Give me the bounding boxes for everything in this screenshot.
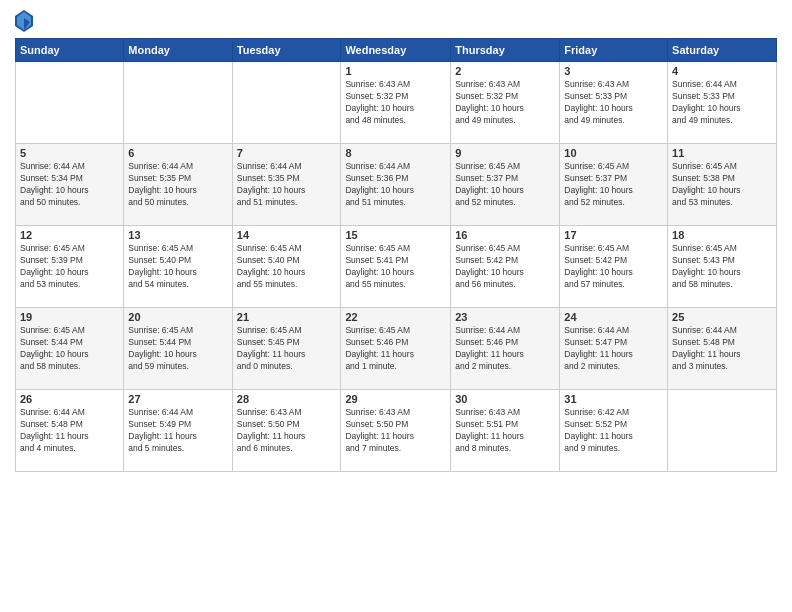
day-number: 10 [564,147,663,159]
day-info: Sunrise: 6:43 AM Sunset: 5:33 PM Dayligh… [564,79,663,127]
calendar-cell: 21Sunrise: 6:45 AM Sunset: 5:45 PM Dayli… [232,308,341,390]
calendar-cell: 27Sunrise: 6:44 AM Sunset: 5:49 PM Dayli… [124,390,232,472]
day-number: 5 [20,147,119,159]
calendar-cell: 8Sunrise: 6:44 AM Sunset: 5:36 PM Daylig… [341,144,451,226]
calendar-cell: 30Sunrise: 6:43 AM Sunset: 5:51 PM Dayli… [451,390,560,472]
weekday-header-row: SundayMondayTuesdayWednesdayThursdayFrid… [16,39,777,62]
day-info: Sunrise: 6:43 AM Sunset: 5:32 PM Dayligh… [455,79,555,127]
day-info: Sunrise: 6:43 AM Sunset: 5:50 PM Dayligh… [237,407,337,455]
calendar-cell: 16Sunrise: 6:45 AM Sunset: 5:42 PM Dayli… [451,226,560,308]
day-number: 24 [564,311,663,323]
calendar-cell: 13Sunrise: 6:45 AM Sunset: 5:40 PM Dayli… [124,226,232,308]
day-number: 30 [455,393,555,405]
day-info: Sunrise: 6:45 AM Sunset: 5:46 PM Dayligh… [345,325,446,373]
header [15,10,777,32]
day-info: Sunrise: 6:44 AM Sunset: 5:36 PM Dayligh… [345,161,446,209]
week-row-5: 26Sunrise: 6:44 AM Sunset: 5:48 PM Dayli… [16,390,777,472]
day-info: Sunrise: 6:44 AM Sunset: 5:49 PM Dayligh… [128,407,227,455]
day-number: 31 [564,393,663,405]
weekday-header-monday: Monday [124,39,232,62]
day-info: Sunrise: 6:44 AM Sunset: 5:34 PM Dayligh… [20,161,119,209]
day-number: 20 [128,311,227,323]
day-number: 11 [672,147,772,159]
weekday-header-thursday: Thursday [451,39,560,62]
weekday-header-friday: Friday [560,39,668,62]
calendar-cell: 1Sunrise: 6:43 AM Sunset: 5:32 PM Daylig… [341,62,451,144]
logo-icon [15,10,33,32]
day-info: Sunrise: 6:45 AM Sunset: 5:39 PM Dayligh… [20,243,119,291]
day-info: Sunrise: 6:44 AM Sunset: 5:47 PM Dayligh… [564,325,663,373]
calendar-cell: 9Sunrise: 6:45 AM Sunset: 5:37 PM Daylig… [451,144,560,226]
day-info: Sunrise: 6:44 AM Sunset: 5:46 PM Dayligh… [455,325,555,373]
day-info: Sunrise: 6:45 AM Sunset: 5:41 PM Dayligh… [345,243,446,291]
day-number: 8 [345,147,446,159]
day-number: 16 [455,229,555,241]
logo [15,10,37,32]
day-info: Sunrise: 6:44 AM Sunset: 5:35 PM Dayligh… [128,161,227,209]
weekday-header-tuesday: Tuesday [232,39,341,62]
day-number: 18 [672,229,772,241]
week-row-2: 5Sunrise: 6:44 AM Sunset: 5:34 PM Daylig… [16,144,777,226]
week-row-1: 1Sunrise: 6:43 AM Sunset: 5:32 PM Daylig… [16,62,777,144]
calendar-cell [124,62,232,144]
calendar-cell [16,62,124,144]
day-number: 23 [455,311,555,323]
day-number: 4 [672,65,772,77]
day-number: 14 [237,229,337,241]
day-info: Sunrise: 6:45 AM Sunset: 5:44 PM Dayligh… [20,325,119,373]
day-info: Sunrise: 6:43 AM Sunset: 5:50 PM Dayligh… [345,407,446,455]
calendar-cell: 12Sunrise: 6:45 AM Sunset: 5:39 PM Dayli… [16,226,124,308]
calendar-cell: 25Sunrise: 6:44 AM Sunset: 5:48 PM Dayli… [668,308,777,390]
day-number: 25 [672,311,772,323]
week-row-3: 12Sunrise: 6:45 AM Sunset: 5:39 PM Dayli… [16,226,777,308]
day-number: 2 [455,65,555,77]
calendar: SundayMondayTuesdayWednesdayThursdayFrid… [15,38,777,472]
day-info: Sunrise: 6:44 AM Sunset: 5:48 PM Dayligh… [672,325,772,373]
day-number: 15 [345,229,446,241]
day-number: 29 [345,393,446,405]
day-number: 3 [564,65,663,77]
calendar-cell: 3Sunrise: 6:43 AM Sunset: 5:33 PM Daylig… [560,62,668,144]
day-info: Sunrise: 6:45 AM Sunset: 5:37 PM Dayligh… [455,161,555,209]
day-number: 26 [20,393,119,405]
day-number: 22 [345,311,446,323]
calendar-cell: 15Sunrise: 6:45 AM Sunset: 5:41 PM Dayli… [341,226,451,308]
calendar-cell: 7Sunrise: 6:44 AM Sunset: 5:35 PM Daylig… [232,144,341,226]
calendar-cell [232,62,341,144]
calendar-cell: 26Sunrise: 6:44 AM Sunset: 5:48 PM Dayli… [16,390,124,472]
weekday-header-sunday: Sunday [16,39,124,62]
calendar-cell: 31Sunrise: 6:42 AM Sunset: 5:52 PM Dayli… [560,390,668,472]
calendar-cell: 22Sunrise: 6:45 AM Sunset: 5:46 PM Dayli… [341,308,451,390]
week-row-4: 19Sunrise: 6:45 AM Sunset: 5:44 PM Dayli… [16,308,777,390]
day-info: Sunrise: 6:45 AM Sunset: 5:42 PM Dayligh… [564,243,663,291]
calendar-cell: 6Sunrise: 6:44 AM Sunset: 5:35 PM Daylig… [124,144,232,226]
day-info: Sunrise: 6:43 AM Sunset: 5:51 PM Dayligh… [455,407,555,455]
calendar-cell: 29Sunrise: 6:43 AM Sunset: 5:50 PM Dayli… [341,390,451,472]
weekday-header-wednesday: Wednesday [341,39,451,62]
day-info: Sunrise: 6:44 AM Sunset: 5:48 PM Dayligh… [20,407,119,455]
weekday-header-saturday: Saturday [668,39,777,62]
calendar-cell: 11Sunrise: 6:45 AM Sunset: 5:38 PM Dayli… [668,144,777,226]
day-number: 9 [455,147,555,159]
day-info: Sunrise: 6:44 AM Sunset: 5:35 PM Dayligh… [237,161,337,209]
calendar-cell: 2Sunrise: 6:43 AM Sunset: 5:32 PM Daylig… [451,62,560,144]
calendar-cell: 4Sunrise: 6:44 AM Sunset: 5:33 PM Daylig… [668,62,777,144]
day-number: 17 [564,229,663,241]
day-info: Sunrise: 6:45 AM Sunset: 5:43 PM Dayligh… [672,243,772,291]
day-number: 21 [237,311,337,323]
calendar-cell: 28Sunrise: 6:43 AM Sunset: 5:50 PM Dayli… [232,390,341,472]
day-info: Sunrise: 6:44 AM Sunset: 5:33 PM Dayligh… [672,79,772,127]
calendar-cell: 23Sunrise: 6:44 AM Sunset: 5:46 PM Dayli… [451,308,560,390]
page: SundayMondayTuesdayWednesdayThursdayFrid… [0,0,792,612]
day-info: Sunrise: 6:42 AM Sunset: 5:52 PM Dayligh… [564,407,663,455]
day-info: Sunrise: 6:45 AM Sunset: 5:45 PM Dayligh… [237,325,337,373]
calendar-cell: 24Sunrise: 6:44 AM Sunset: 5:47 PM Dayli… [560,308,668,390]
day-number: 7 [237,147,337,159]
day-info: Sunrise: 6:43 AM Sunset: 5:32 PM Dayligh… [345,79,446,127]
day-number: 19 [20,311,119,323]
day-number: 1 [345,65,446,77]
day-info: Sunrise: 6:45 AM Sunset: 5:42 PM Dayligh… [455,243,555,291]
day-info: Sunrise: 6:45 AM Sunset: 5:40 PM Dayligh… [237,243,337,291]
day-info: Sunrise: 6:45 AM Sunset: 5:44 PM Dayligh… [128,325,227,373]
day-info: Sunrise: 6:45 AM Sunset: 5:38 PM Dayligh… [672,161,772,209]
